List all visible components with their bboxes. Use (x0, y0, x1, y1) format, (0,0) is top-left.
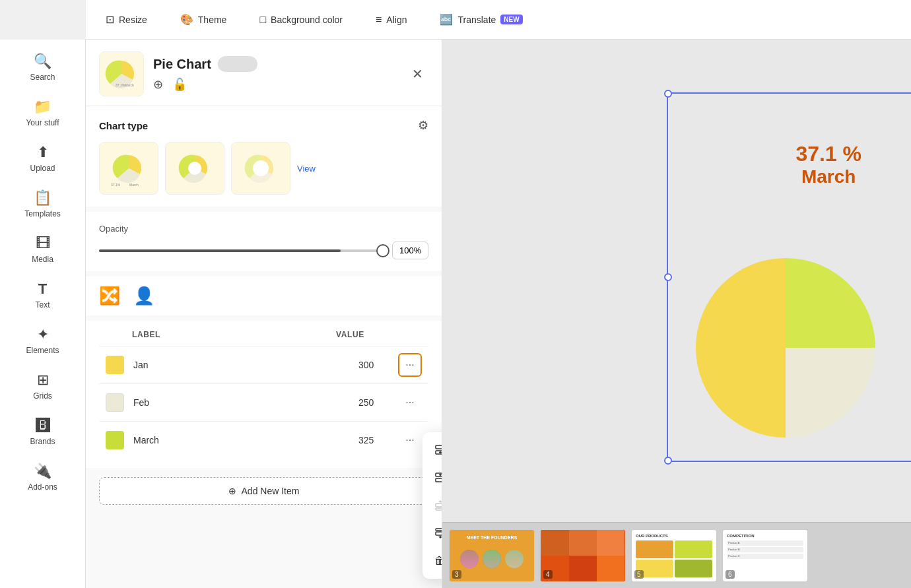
slider-thumb[interactable] (376, 244, 389, 257)
brands-icon: 🅱 (36, 417, 50, 434)
sidebar-item-grids[interactable]: ⊞ Grids (0, 365, 85, 407)
context-move-above: Move Row Above (422, 493, 442, 521)
canvas-content: 37.1 % March (442, 40, 911, 522)
row-value-jan: 300 (358, 360, 398, 370)
chart-type-title: Chart type (99, 120, 148, 131)
view-more-link[interactable]: View (297, 164, 316, 174)
table-row: March 325 ··· (99, 421, 428, 459)
sidebar-item-search[interactable]: 🔍 Search (0, 46, 85, 88)
sidebar-label-your-stuff: Your stuff (26, 118, 59, 127)
delete-icon: 🗑 (434, 555, 442, 567)
lock-icon[interactable]: 🔓 (172, 77, 187, 92)
sidebar-label-brands: Brands (30, 437, 55, 446)
align-button[interactable]: ≡ Align (369, 10, 413, 30)
chart-type-3[interactable] (231, 142, 290, 195)
percentage-value: 37.1 % (795, 142, 861, 166)
handle-bottom-left[interactable] (664, 457, 672, 465)
move-below-icon (434, 527, 442, 542)
sidebar-item-templates[interactable]: 📋 Templates (0, 183, 85, 225)
header-value-col: VALUE (336, 330, 389, 339)
color-swatch-jan[interactable] (106, 356, 124, 374)
chart-thumbnail: 37.1% March (99, 51, 144, 96)
thumbnail-strip: MEET THE FOUNDERS 3 (442, 522, 911, 588)
more-button-feb[interactable]: ··· (398, 391, 422, 414)
sidebar-label-templates: Templates (24, 209, 61, 218)
svg-rect-18 (436, 529, 442, 531)
chart-type-1[interactable]: 37.1% March (99, 142, 158, 195)
templates-icon: 📋 (34, 189, 51, 207)
align-icon: ≡ (376, 14, 382, 26)
sidebar-label-search: Search (30, 73, 55, 82)
sidebar-label-text: Text (35, 300, 50, 310)
sidebar-item-addons[interactable]: 🔌 Add-ons (0, 456, 85, 498)
add-below-icon (434, 472, 442, 486)
resize-label: Resize (119, 15, 147, 25)
chart-thumb-svg: 37.1% March (104, 57, 140, 90)
grids-icon: ⊞ (37, 372, 49, 389)
row-label-march: March (133, 435, 358, 445)
sidebar-item-brands[interactable]: 🅱 Brands (0, 410, 85, 453)
text-icon: T (38, 280, 47, 298)
add-new-item-button[interactable]: ⊕ Add New Item (99, 477, 428, 505)
sidebar-item-elements[interactable]: ✦ Elements (0, 319, 85, 362)
flip-icon[interactable]: 🔀 (99, 286, 120, 306)
svg-rect-11 (436, 478, 442, 482)
handle-mid-left[interactable] (664, 273, 672, 281)
theme-icon: 🎨 (180, 13, 193, 26)
sidebar-item-text[interactable]: T Text (0, 274, 85, 316)
addons-icon: 🔌 (34, 463, 51, 480)
table-row: Feb 250 ··· (99, 383, 428, 421)
color-swatch-feb[interactable] (106, 393, 124, 412)
opacity-slider[interactable] (99, 249, 383, 252)
percentage-overlay: 37.1 % March (795, 142, 861, 187)
thumbnail-4[interactable]: 4 (540, 529, 626, 582)
thumbnail-3[interactable]: MEET THE FOUNDERS 3 (449, 529, 535, 582)
duplicate-icon[interactable]: ⊕ (153, 77, 163, 92)
translate-label: Translate (457, 15, 496, 25)
opacity-section: Opacity 100% (86, 212, 442, 271)
translate-icon: 🔤 (440, 13, 453, 26)
opacity-value[interactable]: 100% (392, 242, 428, 259)
main-layout: 🔍 Search 📁 Your stuff ⬆ Upload 📋 Templat… (0, 40, 911, 588)
sidebar-label-grids: Grids (33, 391, 52, 401)
more-button-march[interactable]: ··· (398, 428, 422, 452)
svg-rect-6 (436, 445, 442, 449)
svg-text:37.1%: 37.1% (111, 183, 121, 187)
context-delete[interactable]: 🗑 Delete Row (422, 548, 442, 573)
panel-title: Pie Chart (153, 57, 211, 72)
header-label-col: LABEL (132, 330, 336, 339)
context-move-below[interactable]: Move Row Below (422, 521, 442, 548)
svg-rect-19 (436, 532, 442, 535)
chart-type-2[interactable] (165, 142, 224, 195)
sidebar-item-your-stuff[interactable]: 📁 Your stuff (0, 92, 85, 134)
panel-header: 37.1% March Pie Chart ⊕ 🔓 ✕ (86, 40, 442, 106)
context-add-above[interactable]: Add Item Above (422, 438, 442, 465)
thumbnail-5[interactable]: OUR PRODUCTS 5 (631, 529, 717, 582)
translate-button[interactable]: 🔤 Translate NEW (433, 9, 529, 30)
svg-rect-15 (436, 508, 442, 510)
background-color-button[interactable]: □ Background color (253, 10, 349, 30)
handle-top-left[interactable] (664, 90, 672, 98)
new-badge: NEW (500, 15, 522, 24)
svg-text:37.1%: 37.1% (116, 83, 125, 87)
position-icon[interactable]: 👤 (133, 286, 154, 306)
table-header: LABEL VALUE (99, 330, 428, 346)
close-button[interactable]: ✕ (407, 63, 428, 84)
row-value-march: 325 (358, 435, 398, 445)
filter-icon[interactable]: ⚙ (418, 118, 428, 133)
move-above-icon (434, 500, 442, 514)
opacity-label: Opacity (99, 224, 428, 234)
resize-button[interactable]: ⊡ Resize (99, 9, 154, 30)
thumbnail-6[interactable]: COMPETITION Product A Product B Product … (722, 529, 808, 582)
add-above-icon (434, 444, 442, 459)
panel-title-area: Pie Chart ⊕ 🔓 (153, 56, 397, 92)
more-button-jan[interactable]: ··· (398, 353, 422, 377)
sidebar-item-media[interactable]: 🎞 Media (0, 228, 85, 271)
chart-type-section: Chart type ⚙ 37.1% March (86, 106, 442, 207)
context-add-below[interactable]: Add Item Below (422, 465, 442, 493)
row-value-feb: 250 (358, 397, 398, 408)
canvas-pie-chart (680, 242, 891, 456)
sidebar-item-upload[interactable]: ⬆ Upload (0, 137, 85, 180)
theme-button[interactable]: 🎨 Theme (174, 9, 234, 30)
color-swatch-march[interactable] (106, 431, 124, 449)
